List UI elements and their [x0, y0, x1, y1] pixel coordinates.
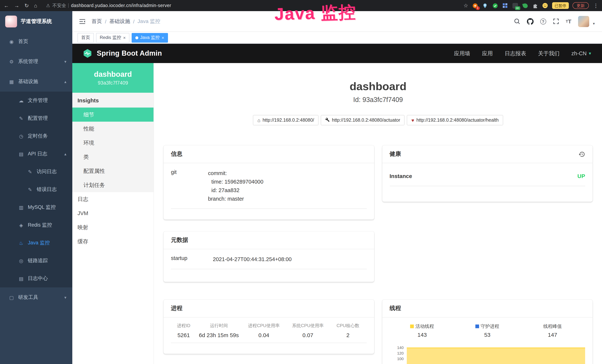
- sidebar-item-mysql-monitor[interactable]: ▥ MySQL 监控: [0, 198, 72, 216]
- app-shell: 芋道管理系统 ◉ 首页 ⚙ 系统管理 ▾ ▦ 基础设施 ▴: [0, 11, 602, 364]
- sba-side-item-logfile[interactable]: 日志: [72, 192, 153, 206]
- user-avatar[interactable]: [578, 16, 589, 27]
- sidebar-item-system-mgmt[interactable]: ⚙ 系统管理 ▾: [0, 52, 72, 72]
- threads-chart: 140 120 100: [389, 345, 585, 362]
- extension-grid-icon[interactable]: [502, 2, 508, 9]
- column-header: CPU核心数: [329, 323, 366, 329]
- sba-side-item-caches[interactable]: 缓存: [72, 234, 153, 248]
- sba-side-item-environment[interactable]: 环境: [72, 136, 153, 150]
- sidebar-item-label: Java 监控: [28, 240, 50, 246]
- y-tick: 100: [389, 356, 407, 362]
- sidebar-item-tracing[interactable]: ◎ 链路追踪: [0, 252, 72, 270]
- status-badge: UP: [577, 173, 585, 179]
- breadcrumb-infrastructure[interactable]: 基础设施: [109, 18, 130, 25]
- breadcrumb-home[interactable]: 首页: [92, 18, 102, 25]
- sba-side-item-scheduled-tasks[interactable]: 计划任务: [72, 178, 153, 192]
- threads-chart-y-axis: 140 120 100: [389, 345, 407, 362]
- sidebar-item-dev-tools[interactable]: ▢ 研发工具 ▾: [0, 288, 72, 307]
- breadcrumb-separator: /: [105, 18, 107, 24]
- sba-side-item-classes[interactable]: 类: [72, 150, 153, 164]
- git-commit-id: id: 27aa832: [208, 186, 366, 195]
- question-mark-glyph: ?: [540, 18, 546, 24]
- legend-value: 53: [455, 330, 520, 340]
- sidebar-item-java-monitor[interactable]: ♨ Java 监控: [0, 234, 72, 252]
- browser-update-button[interactable]: 更新: [572, 2, 589, 9]
- sidebar-item-infrastructure[interactable]: ▦ 基础设施 ▴: [0, 72, 72, 92]
- health-row-label: Instance: [389, 173, 412, 179]
- process-table: 进程ID 5261 运行时间 6d 23h 15m 59s: [171, 323, 366, 343]
- sba-nav-journal[interactable]: 日志报表: [505, 50, 526, 57]
- instance-id-line: Id: 93a3fc7f7409: [163, 96, 592, 104]
- sidebar-item-access-logs[interactable]: ✎ 访问日志: [0, 163, 72, 181]
- close-icon[interactable]: ×: [123, 35, 126, 40]
- extension-pin-icon[interactable]: [482, 2, 488, 9]
- sidebar-item-error-logs[interactable]: ✎ 错误日志: [0, 181, 72, 198]
- sba-nav-wallboard[interactable]: 应用墙: [454, 50, 470, 57]
- tab-label: Redis 监控: [100, 34, 121, 41]
- browser-home-icon[interactable]: ⌂: [34, 3, 37, 8]
- font-size-icon[interactable]: TT: [566, 18, 571, 24]
- endpoint-actuator-button[interactable]: http://192.168.0.2:48080/actuator: [321, 115, 405, 125]
- endpoint-label: http://192.168.0.2:48080/: [263, 118, 314, 123]
- database-icon: ▥: [18, 204, 24, 210]
- fullscreen-icon[interactable]: [553, 18, 559, 24]
- extension-switch-icon[interactable]: on: [512, 2, 518, 9]
- search-icon[interactable]: [514, 18, 520, 24]
- sidebar-item-api-logs[interactable]: ▤ API 日志 ▴: [0, 145, 72, 163]
- extension-smiley-icon[interactable]: [542, 2, 548, 9]
- sba-side-item-jvm[interactable]: JVM: [72, 206, 153, 220]
- sidebar-item-home[interactable]: ◉ 首页: [0, 32, 72, 52]
- history-icon[interactable]: [579, 151, 585, 157]
- avatar-caret-icon[interactable]: ▾: [593, 21, 595, 27]
- app-logo-row[interactable]: 芋道管理系统: [0, 11, 72, 32]
- extension-green-check-icon[interactable]: [492, 2, 498, 9]
- sba-instance-header: dashboard 93a3fc7f7409: [72, 63, 153, 93]
- sba-nav-applications[interactable]: 应用: [482, 50, 493, 57]
- sidebar-item-file-mgmt[interactable]: ☁ 文件管理: [0, 92, 72, 109]
- sidebar-item-log-center[interactable]: ▤ 日志中心: [0, 270, 72, 288]
- back-icon[interactable]: ←: [4, 3, 9, 8]
- git-commit-line: commit:: [208, 169, 366, 178]
- sidebar-item-config-mgmt[interactable]: ✎ 配置管理: [0, 109, 72, 127]
- sba-side-item-details[interactable]: 细节: [72, 107, 153, 122]
- bookmark-star-icon[interactable]: ☆: [463, 3, 468, 8]
- screen: ← → ↻ ⌂ ⚠ 不安全 dashboard.yudao.iocoder.cn…: [0, 0, 602, 364]
- column-value: 5261: [171, 332, 196, 338]
- browser-menu-icon[interactable]: ⋮: [593, 3, 599, 9]
- github-icon[interactable]: [527, 18, 533, 25]
- help-icon[interactable]: ?: [540, 18, 546, 24]
- legend-live-threads: 活动线程 143: [389, 323, 455, 340]
- reload-icon[interactable]: ↻: [24, 3, 29, 8]
- close-icon[interactable]: ×: [161, 35, 164, 40]
- endpoint-health-button[interactable]: ♥ http://192.168.0.2:48080/actuator/heal…: [407, 115, 503, 125]
- sidebar-item-redis-monitor[interactable]: ◈ Redis 监控: [0, 216, 72, 234]
- paused-badge[interactable]: 已暂停: [552, 2, 569, 9]
- address-bar[interactable]: ⚠ 不安全 dashboard.yudao.iocoder.cn/infra/a…: [46, 2, 171, 9]
- git-commit-time: time: 1596289704000: [208, 178, 366, 186]
- column-value: 0.04: [241, 332, 286, 338]
- extension-leaf-icon[interactable]: [522, 2, 528, 9]
- toolbox-icon: ▢: [8, 295, 15, 300]
- tab-home[interactable]: 首页: [77, 33, 94, 43]
- sba-brand-name: Spring Boot Admin: [97, 49, 162, 57]
- tab-redis-monitor[interactable]: Redis 监控 ×: [96, 33, 129, 43]
- sba-locale-selector[interactable]: zh-CN ▾: [571, 50, 591, 56]
- sba-nav-about[interactable]: 关于我们: [538, 50, 559, 57]
- sidebar-item-scheduled-tasks[interactable]: ◷ 定时任务: [0, 127, 72, 145]
- extensions-puzzle-icon[interactable]: [532, 2, 538, 9]
- sidebar-item-label: 访问日志: [37, 168, 57, 175]
- sba-brand[interactable]: Spring Boot Admin: [83, 49, 162, 58]
- sba-side-item-mappings[interactable]: 映射: [72, 220, 153, 234]
- forward-icon[interactable]: →: [14, 3, 19, 8]
- sidebar-item-label: 日志中心: [28, 275, 48, 282]
- tab-java-monitor[interactable]: Java 监控 ×: [132, 33, 168, 43]
- column-header: 运行时间: [196, 323, 241, 329]
- legend-peak-threads: 线程峰值 147: [520, 323, 585, 340]
- sba-side-item-metrics[interactable]: 性能: [72, 122, 153, 136]
- puzzle-icon: [532, 3, 538, 8]
- sidebar-item-label: 首页: [18, 38, 28, 45]
- sba-side-item-config-props[interactable]: 配置属性: [72, 164, 153, 178]
- sidebar-fold-icon[interactable]: [79, 18, 86, 24]
- extension-orange-icon[interactable]: 1: [472, 2, 478, 9]
- endpoint-base-url-button[interactable]: ⌂ http://192.168.0.2:48080/: [253, 115, 319, 125]
